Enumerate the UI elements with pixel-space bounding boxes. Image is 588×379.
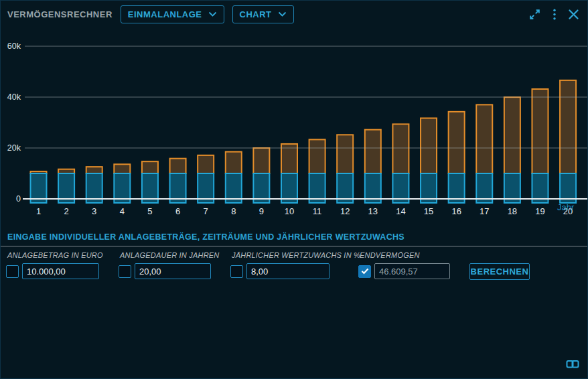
anlagebetrag-input[interactable] xyxy=(22,263,99,279)
svg-text:14: 14 xyxy=(396,206,405,216)
wertzuwachs-checkbox[interactable] xyxy=(230,265,243,278)
endvermoegen-checkbox[interactable] xyxy=(358,265,371,278)
svg-text:12: 12 xyxy=(340,206,350,216)
section-divider xyxy=(1,246,587,247)
bar-segment-growth[interactable] xyxy=(421,118,437,173)
section-title: EINGABE INDIVIDUELLER ANLAGEBETRÄGE, ZEI… xyxy=(7,232,405,242)
field-endvermoegen: ENDVERMÖGEN xyxy=(358,251,450,279)
bar-segment-growth[interactable] xyxy=(114,164,130,173)
svg-text:5: 5 xyxy=(147,206,152,216)
field-anlagebetrag: ANLAGEBETRAG IN EURO xyxy=(6,251,103,279)
svg-text:13: 13 xyxy=(368,206,378,216)
bar-segment-growth[interactable] xyxy=(86,167,102,173)
svg-text:3: 3 xyxy=(92,206,96,216)
svg-text:7: 7 xyxy=(204,206,208,216)
svg-text:2: 2 xyxy=(64,206,68,216)
view-dropdown[interactable]: CHART xyxy=(232,5,294,23)
anlagebetrag-label: ANLAGEBETRAG IN EURO xyxy=(7,251,103,259)
bar-segment-growth[interactable] xyxy=(365,130,381,173)
svg-text:1: 1 xyxy=(36,206,41,216)
svg-text:15: 15 xyxy=(424,206,433,216)
svg-text:8: 8 xyxy=(231,206,236,216)
berechnen-button[interactable]: BERECHNEN xyxy=(469,263,530,280)
anlageart-dropdown[interactable]: EINMALANLAGE xyxy=(121,5,224,23)
view-dropdown-label: CHART xyxy=(240,9,272,19)
expand-icon[interactable] xyxy=(528,8,541,21)
bar-segment-growth[interactable] xyxy=(309,139,325,173)
bar-segment-growth[interactable] xyxy=(337,135,353,173)
bar-segment-growth[interactable] xyxy=(449,112,465,173)
window-controls xyxy=(528,8,579,21)
bar-segment-growth[interactable] xyxy=(532,89,548,173)
svg-text:10: 10 xyxy=(285,206,294,216)
field-anlagedauer: ANLAGEDAUER IN JAHREN xyxy=(119,251,219,279)
anlagebetrag-checkbox[interactable] xyxy=(6,265,19,278)
anlagedauer-input[interactable] xyxy=(135,263,211,279)
svg-text:19: 19 xyxy=(535,206,544,216)
bar-segment-growth[interactable] xyxy=(142,161,158,173)
svg-text:20k: 20k xyxy=(7,143,21,153)
svg-text:9: 9 xyxy=(259,206,264,216)
app-title: VERMÖGENSRECHNER xyxy=(7,9,113,19)
svg-text:60k: 60k xyxy=(7,42,21,51)
kebab-menu-icon[interactable] xyxy=(553,8,557,21)
wertzuwachs-label: JÄHRLICHER WERTZUWACHS IN % xyxy=(232,251,360,259)
close-icon[interactable] xyxy=(568,9,579,20)
svg-text:4: 4 xyxy=(120,206,125,216)
bar-segment-growth[interactable] xyxy=(170,159,186,173)
bar-segment-growth[interactable] xyxy=(226,152,242,173)
anlagedauer-checkbox[interactable] xyxy=(119,265,131,278)
svg-text:18: 18 xyxy=(508,206,517,216)
svg-text:16: 16 xyxy=(451,206,461,216)
wertzuwachs-input[interactable] xyxy=(246,263,329,279)
svg-text:40k: 40k xyxy=(7,92,21,102)
wealth-bar-chart: 020k40k60k123456789101112131415161718192… xyxy=(1,27,588,223)
link-icon[interactable] xyxy=(566,360,579,372)
chevron-down-icon xyxy=(278,11,287,17)
anlagedauer-label: ANLAGEDAUER IN JAHREN xyxy=(120,251,219,259)
svg-text:0: 0 xyxy=(16,194,21,204)
bar-segment-growth[interactable] xyxy=(281,144,297,173)
svg-text:17: 17 xyxy=(480,206,489,216)
anlageart-dropdown-label: EINMALANLAGE xyxy=(128,9,202,19)
bar-segment-growth[interactable] xyxy=(476,104,492,173)
bar-segment-growth[interactable] xyxy=(504,97,520,173)
field-wertzuwachs: JÄHRLICHER WERTZUWACHS IN % xyxy=(230,251,360,279)
x-axis-title: Jahr xyxy=(557,202,575,212)
endvermoegen-label: ENDVERMÖGEN xyxy=(360,251,450,259)
bar-segment-growth[interactable] xyxy=(253,148,269,173)
bar-segment-growth[interactable] xyxy=(392,124,409,173)
svg-text:11: 11 xyxy=(313,206,322,216)
bar-segment-growth[interactable] xyxy=(560,80,576,173)
bar-segment-growth[interactable] xyxy=(198,155,214,173)
endvermoegen-input[interactable] xyxy=(374,263,450,279)
vermoegensrechner-window: VERMÖGENSRECHNER EINMALANLAGE CHART xyxy=(0,0,588,379)
header-bar: VERMÖGENSRECHNER EINMALANLAGE CHART xyxy=(1,1,587,27)
svg-text:6: 6 xyxy=(175,206,180,216)
chevron-down-icon xyxy=(208,11,217,17)
